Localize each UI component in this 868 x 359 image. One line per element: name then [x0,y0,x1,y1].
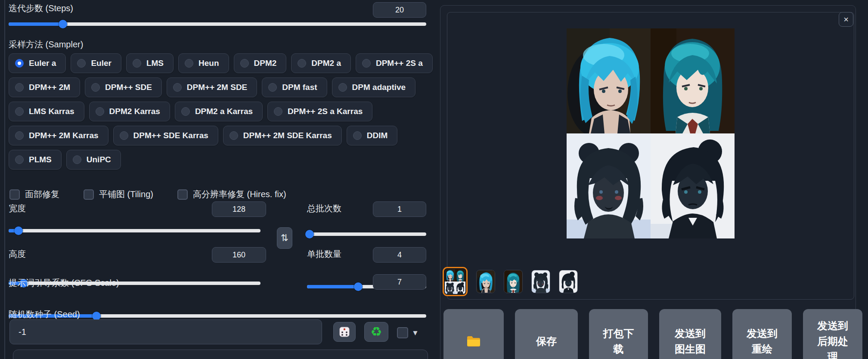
radio-icon [173,83,182,92]
sampler-option-label: DPM fast [282,83,317,92]
sampler-option-label: DPM2 a [311,59,341,68]
sampler-option-label: DPM2 [254,59,277,68]
radio-icon [229,131,238,140]
radio-icon [268,83,277,92]
thumbnail-image [504,270,522,293]
checkbox-icon[interactable] [84,189,94,200]
steps-value-input[interactable]: 20 [373,2,426,18]
radio-icon [338,83,347,92]
send-to-extras-button[interactable]: 发送到后期处理 [803,309,862,359]
sampler-option-label: DPM++ 2S a [376,59,423,68]
sampler-option-plms[interactable]: PLMS [9,150,62,170]
send-to-inpaint-button[interactable]: 发送到重绘 [732,309,792,359]
batch-size-value-input[interactable]: 4 [373,247,426,263]
random-seed-button[interactable] [333,322,356,342]
sampler-option-lms[interactable]: LMS [126,53,174,73]
steps-slider-handle[interactable] [59,20,67,28]
batch-size-slider-handle[interactable] [354,282,363,291]
sampler-option-unipc[interactable]: UniPC [66,150,121,170]
generated-image-grid[interactable] [567,28,735,238]
sampler-option-dpm-fast[interactable]: DPM fast [262,77,327,97]
zip-download-button[interactable]: 打包下载 [589,309,648,359]
sampler-option-dpm-sde-karras[interactable]: DPM++ SDE Karras [113,126,218,145]
cfg-scale-label: 提示词引导系数 (CFG Scale) [9,277,119,289]
sampler-option-dpm-sde[interactable]: DPM++ SDE [85,77,162,97]
checkbox-icon[interactable] [9,189,20,200]
radio-icon [91,83,100,92]
sampler-option-dpm-2m-karras[interactable]: DPM++ 2M Karras [9,126,108,145]
sampler-option-label: Heun [198,59,219,68]
sampler-option-label: DPM adaptive [352,83,406,92]
sampler-option-dpm2[interactable]: DPM2 [234,53,287,73]
reuse-seed-button[interactable]: ♻ [364,322,388,342]
thumbnail-image [477,270,495,293]
sampler-option-label: DPM++ 2M Karras [29,131,99,140]
steps-slider[interactable] [9,22,426,26]
thumbnail-grid[interactable] [443,267,468,296]
sampler-option-heun[interactable]: Heun [178,53,229,73]
extra-seed-checkbox[interactable] [397,327,408,338]
width-slider[interactable] [9,229,260,232]
sampler-option-label: PLMS [29,155,52,164]
radio-icon [298,59,306,68]
open-folder-button[interactable] [443,309,504,359]
dice-icon [338,326,350,338]
batch-count-slider[interactable] [307,232,426,236]
seed-dropdown-arrow-icon[interactable]: ▼ [412,329,419,337]
radio-icon [133,59,141,68]
sampler-option-label: DDIM [367,131,388,140]
checkbox-item[interactable]: 平铺图 (Tiling) [84,189,153,200]
thumbnail-image-4[interactable] [559,270,578,293]
sampler-option-ddim[interactable]: DDIM [347,126,398,145]
close-gallery-button[interactable]: × [839,12,853,27]
radio-icon [353,131,362,140]
sampler-option-dpm-2m-sde[interactable]: DPM++ 2M SDE [167,77,257,97]
sampler-option-dpm-2s-a-karras[interactable]: DPM++ 2S a Karras [267,102,372,121]
radio-icon [15,83,24,92]
send-to-img2img-button[interactable]: 发送到图生图 [659,309,721,359]
sampler-option-label: DPM++ 2M [29,83,70,92]
sampler-option-lms-karras[interactable]: LMS Karras [9,102,84,121]
sampler-option-label: DPM++ SDE [105,83,152,92]
height-value-input[interactable]: 160 [212,247,266,263]
sampler-option-euler-a[interactable]: Euler a [9,53,66,73]
width-label: 宽度 [9,203,26,214]
radio-icon [15,107,24,116]
swap-dimensions-button[interactable]: ⇅ [277,227,292,249]
width-slider-handle[interactable] [14,226,23,235]
cfg-scale-value-input[interactable]: 7 [373,274,426,290]
checkbox-icon[interactable] [177,189,188,200]
sampler-option-dpm-2m[interactable]: DPM++ 2M [9,77,80,97]
sampler-option-dpm-adaptive[interactable]: DPM adaptive [332,77,416,97]
seed-label: 随机数种子 (Seed) [9,309,80,320]
batch-count-slider-handle[interactable] [305,230,314,238]
batch-size-label: 单批数量 [307,248,341,260]
sampler-row: Euler aEulerLMSHeunDPM2DPM2 aDPM++ 2S a [9,53,439,73]
sampler-option-dpm2-a[interactable]: DPM2 a [291,53,351,73]
thumbnail-image-1[interactable] [476,270,495,293]
thumbnail-image-2[interactable] [504,270,523,293]
thumbnail-image [532,270,550,293]
save-button[interactable]: 保存 [515,309,578,359]
sampler-option-dpm-2s-a[interactable]: DPM++ 2S a [356,53,433,73]
radio-icon [96,107,104,116]
cfg-scale-slider-handle[interactable] [92,312,101,320]
sampler-option-dpm2-a-karras[interactable]: DPM2 a Karras [175,102,263,121]
seed-input[interactable]: -1 [9,319,322,344]
action-button-label: 保存 [536,334,557,349]
width-value-input[interactable]: 128 [212,201,266,217]
batch-count-value-input[interactable]: 1 [373,201,426,217]
action-button-label: 发送到图生图 [670,326,710,357]
batch-count-label: 总批次数 [307,203,341,214]
checkbox-item[interactable]: 面部修复 [9,189,59,200]
sampler-option-dpm-2m-sde-karras[interactable]: DPM++ 2M SDE Karras [223,126,342,145]
radio-icon [73,155,81,164]
radio-icon [240,59,249,68]
sampler-option-euler[interactable]: Euler [71,53,121,73]
sampler-option-label: UniPC [87,155,111,164]
thumbnail-image-3[interactable] [531,270,550,293]
action-button-label: 发送到后期处理 [814,318,851,359]
radio-icon [185,59,193,68]
checkbox-item[interactable]: 高分辨率修复 (Hires. fix) [177,189,286,200]
sampler-option-dpm2-karras[interactable]: DPM2 Karras [89,102,170,121]
